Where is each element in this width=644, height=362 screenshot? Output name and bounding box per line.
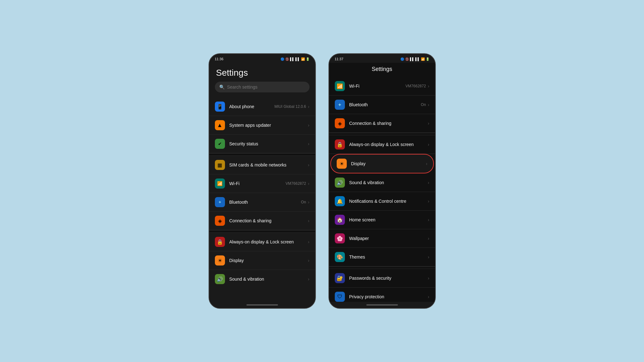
sidebar-item-always-on-right[interactable]: 🔒 Always-on display & Lock screen › bbox=[329, 135, 435, 154]
sidebar-item-bluetooth-left[interactable]: ✦ Bluetooth On › bbox=[209, 193, 315, 212]
passwords-right-icon: 🔐 bbox=[335, 273, 345, 283]
sidebar-item-notifications-right[interactable]: 🔔 Notifications & Control centre › bbox=[329, 192, 435, 211]
bluetooth-left-chevron: › bbox=[308, 200, 310, 205]
wallpaper-right-icon: 🌸 bbox=[335, 233, 345, 243]
sidebar-item-about[interactable]: 📱 About phone MIUI Global 12.0.6 › bbox=[209, 97, 315, 116]
divider-2 bbox=[209, 230, 315, 233]
right-nav-pill bbox=[366, 304, 398, 306]
sidebar-item-connection-left[interactable]: ◈ Connection & sharing › bbox=[209, 212, 315, 230]
connection-right-label: Connection & sharing bbox=[349, 121, 428, 126]
always-on-right-chevron: › bbox=[428, 142, 429, 147]
always-on-left-chevron: › bbox=[308, 239, 310, 244]
right-divider-1 bbox=[329, 133, 435, 135]
sidebar-item-privacy-right[interactable]: 🛡 Privacy protection › bbox=[329, 288, 435, 302]
left-phone-frame: 11:36 🔵 📵 ▌▌ ▌▌ 📶 🔋 Settings 🔍 Search se… bbox=[209, 53, 316, 309]
bluetooth-left-value: On bbox=[301, 200, 306, 204]
sidebar-item-always-on-left[interactable]: 🔒 Always-on display & Lock screen › bbox=[209, 233, 315, 251]
sidebar-item-connection-right[interactable]: ◈ Connection & sharing › bbox=[329, 114, 435, 133]
right-settings-list: 📶 Wi-Fi VM7662872 › ✦ Bluetooth On › ◈ C… bbox=[329, 77, 435, 302]
display-left-icon: ☀ bbox=[215, 255, 225, 266]
privacy-right-chevron: › bbox=[428, 294, 429, 299]
right-screen-content: Settings 📶 Wi-Fi VM7662872 › ✦ Bluetooth… bbox=[329, 63, 435, 302]
left-screen-content: Settings 🔍 Search settings 📱 About phone… bbox=[209, 63, 315, 302]
sidebar-item-bluetooth-right[interactable]: ✦ Bluetooth On › bbox=[329, 96, 435, 114]
connection-left-label: Connection & sharing bbox=[229, 218, 308, 223]
display-left-chevron: › bbox=[308, 258, 310, 263]
about-value: MIUI Global 12.0.6 bbox=[275, 104, 306, 109]
right-settings-title: Settings bbox=[329, 63, 435, 77]
connection-left-icon: ◈ bbox=[215, 216, 225, 226]
sidebar-item-wallpaper-right[interactable]: 🌸 Wallpaper › bbox=[329, 229, 435, 248]
home-right-label: Home screen bbox=[349, 217, 428, 222]
right-status-icons: 🔵 📵 ▌▌ ▌▌ 📶 🔋 bbox=[400, 57, 429, 61]
wifi-left-chevron: › bbox=[308, 181, 310, 186]
left-time: 11:36 bbox=[215, 57, 224, 61]
themes-right-chevron: › bbox=[428, 254, 429, 260]
left-status-bar: 11:36 🔵 📵 ▌▌ ▌▌ 📶 🔋 bbox=[209, 54, 315, 63]
wifi-left-label: Wi-Fi bbox=[229, 181, 286, 186]
bluetooth-left-label: Bluetooth bbox=[229, 200, 301, 205]
sidebar-item-display-right[interactable]: ☀ Display › bbox=[331, 155, 433, 173]
bluetooth-right-icon: ✦ bbox=[335, 100, 345, 110]
sim-icon: ▦ bbox=[215, 160, 225, 170]
left-status-icons: 🔵 📵 ▌▌ ▌▌ 📶 🔋 bbox=[281, 57, 309, 61]
wallpaper-right-label: Wallpaper bbox=[349, 236, 428, 241]
about-icon: 📱 bbox=[215, 102, 225, 112]
notifications-right-icon: 🔔 bbox=[335, 196, 345, 206]
right-phone-frame: 11:37 🔵 📵 ▌▌ ▌▌ 📶 🔋 Settings 📶 Wi-Fi VM7… bbox=[328, 53, 436, 309]
sound-right-label: Sound & vibration bbox=[349, 180, 428, 185]
sidebar-item-display-left[interactable]: ☀ Display › bbox=[209, 251, 315, 270]
home-right-icon: 🏠 bbox=[335, 215, 345, 225]
sidebar-item-passwords-right[interactable]: 🔐 Passwords & security › bbox=[329, 269, 435, 288]
sound-right-chevron: › bbox=[428, 180, 429, 185]
right-status-bar: 11:37 🔵 📵 ▌▌ ▌▌ 📶 🔋 bbox=[329, 54, 435, 63]
security-icon: ✔ bbox=[215, 139, 225, 149]
wifi-right-label: Wi-Fi bbox=[349, 84, 406, 89]
sim-chevron: › bbox=[308, 162, 310, 167]
sound-left-chevron: › bbox=[308, 277, 310, 282]
left-nav-bar bbox=[209, 302, 315, 308]
divider-1 bbox=[209, 153, 315, 156]
display-right-chevron: › bbox=[426, 161, 428, 166]
sidebar-item-wifi-left[interactable]: 📶 Wi-Fi VM7662872 › bbox=[209, 174, 315, 193]
about-label: About phone bbox=[229, 104, 275, 109]
wifi-right-chevron: › bbox=[428, 84, 429, 89]
sim-label: SIM cards & mobile networks bbox=[229, 162, 308, 167]
sidebar-item-wifi-right[interactable]: 📶 Wi-Fi VM7662872 › bbox=[329, 77, 435, 96]
sidebar-item-sim[interactable]: ▦ SIM cards & mobile networks › bbox=[209, 156, 315, 174]
search-icon: 🔍 bbox=[219, 85, 225, 90]
notifications-right-chevron: › bbox=[428, 199, 429, 204]
about-chevron: › bbox=[308, 104, 310, 109]
always-on-right-label: Always-on display & Lock screen bbox=[349, 142, 428, 147]
sidebar-item-home-right[interactable]: 🏠 Home screen › bbox=[329, 211, 435, 229]
sidebar-item-sound-left[interactable]: 🔊 Sound & vibration › bbox=[209, 270, 315, 288]
right-divider-2 bbox=[329, 266, 435, 269]
system-apps-label: System apps updater bbox=[229, 123, 308, 128]
search-bar[interactable]: 🔍 Search settings bbox=[215, 82, 310, 92]
wifi-left-icon: 📶 bbox=[215, 178, 225, 189]
bluetooth-right-value: On bbox=[421, 102, 426, 107]
display-right-icon: ☀ bbox=[337, 159, 347, 169]
screenshots-wrapper: 11:36 🔵 📵 ▌▌ ▌▌ 📶 🔋 Settings 🔍 Search se… bbox=[209, 53, 436, 309]
wallpaper-right-chevron: › bbox=[428, 236, 429, 241]
sidebar-item-security-status[interactable]: ✔ Security status › bbox=[209, 135, 315, 153]
sidebar-item-system-apps[interactable]: ▲ System apps updater › bbox=[209, 116, 315, 135]
sidebar-item-sound-right[interactable]: 🔊 Sound & vibration › bbox=[329, 173, 435, 192]
sidebar-item-themes-right[interactable]: 🎨 Themes › bbox=[329, 248, 435, 266]
passwords-right-label: Passwords & security bbox=[349, 276, 428, 281]
themes-right-icon: 🎨 bbox=[335, 252, 345, 262]
always-on-left-label: Always-on display & Lock screen bbox=[229, 239, 308, 244]
left-settings-list: 📱 About phone MIUI Global 12.0.6 › ▲ Sys… bbox=[209, 97, 315, 302]
bluetooth-right-chevron: › bbox=[428, 102, 429, 107]
sound-left-icon: 🔊 bbox=[215, 274, 225, 284]
wifi-right-icon: 📶 bbox=[335, 81, 345, 91]
always-on-right-icon: 🔒 bbox=[335, 139, 345, 149]
connection-right-icon: ◈ bbox=[335, 118, 345, 128]
display-highlighted-container: ☀ Display › bbox=[330, 154, 434, 173]
connection-right-chevron: › bbox=[428, 121, 429, 126]
connection-left-chevron: › bbox=[308, 218, 310, 223]
wifi-right-value: VM7662872 bbox=[405, 84, 426, 88]
always-on-left-icon: 🔒 bbox=[215, 237, 225, 247]
right-nav-bar bbox=[329, 302, 435, 308]
system-apps-icon: ▲ bbox=[215, 120, 225, 130]
